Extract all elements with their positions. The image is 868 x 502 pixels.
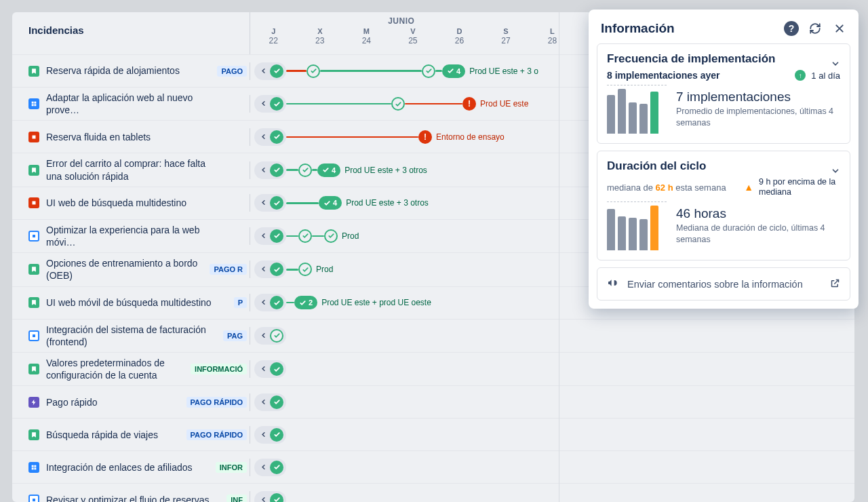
deployment-marker[interactable]: [298, 163, 312, 177]
day-column[interactable]: D26: [436, 26, 483, 50]
timeline-segment: [286, 103, 391, 105]
environment-label[interactable]: Prod: [316, 265, 333, 274]
issue-title[interactable]: Integración del sistema de facturación (…: [46, 324, 222, 348]
issue-row[interactable]: Integración de enlaces de afiliadosINFOR: [12, 450, 854, 483]
card-cycle-time[interactable]: Duración del ciclo mediana de 62 h esta …: [597, 151, 850, 260]
environment-label[interactable]: Prod UE este: [480, 99, 528, 109]
environment-label[interactable]: Prod UE este + prod UE oeste: [321, 298, 431, 307]
collapse-pill[interactable]: [254, 128, 286, 146]
chevron-down-icon[interactable]: [831, 59, 840, 71]
collapse-pill[interactable]: [254, 360, 286, 378]
issue-type-icon: [28, 197, 39, 208]
epic-badge[interactable]: P: [234, 297, 247, 308]
deployment-marker[interactable]: [298, 229, 312, 243]
issue-title[interactable]: Integración de enlaces de afiliados: [46, 461, 222, 474]
feedback-link[interactable]: Enviar comentarios sobre la información: [597, 267, 850, 301]
epic-badge[interactable]: INF: [226, 495, 247, 502]
issue-type-icon: [28, 132, 39, 142]
day-column[interactable]: M24: [343, 26, 390, 50]
collapse-pill[interactable]: [254, 260, 286, 278]
epic-badge[interactable]: INFOR: [216, 462, 247, 473]
issue-title[interactable]: UI web de búsqueda multidestino: [46, 197, 222, 209]
environment-label[interactable]: Entorno de ensayo: [436, 132, 505, 142]
epic-badge[interactable]: PAGO R: [210, 264, 247, 275]
epic-badge[interactable]: INFORMACIÓ: [191, 364, 247, 374]
deployment-count-badge[interactable]: 4: [317, 163, 340, 177]
collapse-pill[interactable]: [254, 426, 286, 444]
deployment-marker[interactable]: [298, 263, 312, 276]
epic-badge[interactable]: PAGO: [217, 66, 247, 77]
issue-title[interactable]: Opciones de entrenamiento a bordo (OEB): [46, 257, 222, 282]
insights-title: Información: [601, 21, 776, 36]
deployment-marker[interactable]: [391, 97, 405, 111]
epic-badge[interactable]: PAGO RÁPIDO: [186, 429, 247, 440]
timeline-segment: [286, 235, 298, 237]
deployment-count-badge[interactable]: 4: [442, 64, 465, 78]
timeline-track: [250, 491, 854, 502]
collapse-pill[interactable]: [254, 227, 286, 245]
epic-badge[interactable]: PAGO RÁPIDO: [186, 397, 247, 408]
collapse-pill[interactable]: [254, 393, 286, 411]
chevron-down-icon[interactable]: [831, 166, 840, 178]
day-column[interactable]: J22: [250, 26, 297, 50]
issue-row[interactable]: Valores predeterminados de configuración…: [12, 352, 854, 385]
issue-title[interactable]: UI web móvil de búsqueda multidestino: [46, 296, 222, 309]
issue-title[interactable]: Reserva fluida en tablets: [46, 131, 222, 143]
external-link-icon: [830, 278, 840, 290]
day-column[interactable]: V25: [390, 26, 437, 50]
close-icon[interactable]: [831, 20, 848, 37]
issue-title[interactable]: Reserva rápida de alojamientos: [46, 64, 222, 77]
day-column[interactable]: X23: [297, 26, 344, 50]
issue-title[interactable]: Revisar y optimizar el flujo de reservas: [46, 494, 222, 502]
day-column[interactable]: L28: [529, 26, 576, 50]
collapse-pill[interactable]: [254, 194, 286, 212]
issue-row[interactable]: Integración del sistema de facturación (…: [12, 319, 854, 352]
chevron-left-icon: [260, 197, 267, 208]
chevron-left-icon: [260, 495, 267, 502]
day-column[interactable]: S27: [483, 26, 530, 50]
deployment-marker[interactable]: [307, 64, 320, 78]
epic-badge[interactable]: PAG: [223, 330, 247, 341]
issue-type-icon: [28, 297, 39, 308]
svg-rect-1: [34, 102, 36, 104]
collapse-pill[interactable]: [254, 491, 286, 502]
refresh-icon[interactable]: [807, 20, 823, 37]
svg-rect-8: [32, 465, 34, 467]
collapse-pill[interactable]: [254, 62, 286, 80]
issue-row[interactable]: Revisar y optimizar el flujo de reservas…: [12, 483, 854, 502]
cycle-desc: Mediana de duración de ciclo, últimas 4 …: [676, 223, 840, 246]
environment-label[interactable]: Prod: [342, 231, 359, 241]
environment-label[interactable]: Prod UE este + 3 o: [469, 66, 538, 76]
check-icon: [270, 362, 283, 376]
collapse-pill[interactable]: [254, 161, 286, 179]
chevron-left-icon: [260, 330, 267, 341]
issue-title[interactable]: Error del carrito al comprar: hace falta…: [46, 157, 222, 182]
cycle-sparkline: [607, 201, 667, 250]
deployment-marker[interactable]: [324, 229, 338, 243]
issue-title[interactable]: Optimizar la experiencia para la web móv…: [46, 224, 222, 248]
issue-row[interactable]: Pago rápidoPAGO RÁPIDO: [12, 385, 854, 418]
alert-icon[interactable]: !: [418, 130, 432, 144]
spark-bar: [650, 92, 658, 134]
card-deployment-frequency[interactable]: Frecuencia de implementación 8 implement…: [597, 43, 850, 144]
issue-type-icon: [28, 495, 39, 502]
chevron-left-icon: [260, 397, 267, 408]
issue-title[interactable]: Adaptar la aplicación web al nuevo prove…: [46, 92, 222, 116]
collapse-pill[interactable]: [254, 327, 286, 345]
collapse-pill[interactable]: [254, 459, 286, 476]
environment-label[interactable]: Prod UE este + 3 otros: [344, 166, 427, 175]
help-icon[interactable]: ?: [784, 21, 799, 36]
timeline-segment: [286, 136, 418, 138]
timeline-segment: [435, 70, 442, 72]
issue-row[interactable]: Búsqueda rápida de viajesPAGO RÁPIDO: [12, 418, 854, 450]
chevron-left-icon: [260, 66, 267, 77]
deployment-count-badge[interactable]: 2: [294, 296, 317, 309]
deployment-marker[interactable]: [422, 64, 435, 78]
deployment-count-badge[interactable]: 4: [319, 196, 342, 210]
alert-icon[interactable]: !: [462, 97, 476, 111]
issues-column-header: Incidencias: [12, 12, 250, 43]
collapse-pill[interactable]: [254, 95, 286, 113]
svg-rect-10: [32, 467, 34, 469]
environment-label[interactable]: Prod UE este + 3 otros: [346, 198, 429, 208]
collapse-pill[interactable]: [254, 294, 286, 311]
